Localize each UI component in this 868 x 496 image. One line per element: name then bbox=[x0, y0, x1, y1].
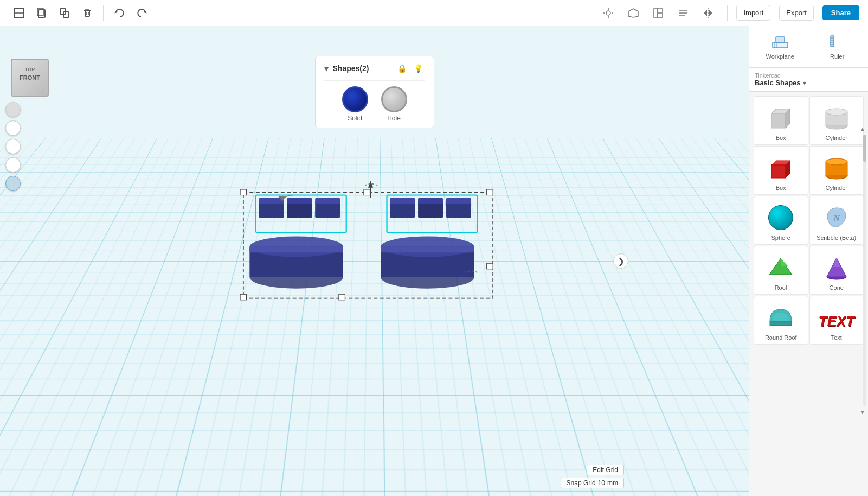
redo-button[interactable] bbox=[132, 3, 152, 23]
cyl-orange-icon bbox=[822, 155, 851, 182]
svg-rect-31 bbox=[259, 198, 284, 204]
svg-marker-9 bbox=[114, 9, 118, 14]
undo-button[interactable] bbox=[109, 3, 130, 23]
right-panel-scrollbar[interactable]: ▲ ▼ bbox=[863, 135, 866, 406]
viewport[interactable]: TOP FRONT bbox=[0, 26, 749, 496]
shapes-panel-chevron[interactable]: ▾ bbox=[324, 63, 329, 74]
svg-rect-19 bbox=[658, 14, 663, 17]
edit-grid-btn[interactable]: Edit Grid bbox=[587, 465, 624, 475]
shape-card-box-gray[interactable]: Box bbox=[754, 96, 808, 145]
zoom-control-1[interactable] bbox=[5, 102, 21, 117]
svg-rect-18 bbox=[658, 9, 663, 12]
scribble-icon: N bbox=[822, 205, 851, 232]
text-red-label: Text bbox=[831, 334, 842, 341]
svg-point-68 bbox=[826, 158, 847, 165]
snap-grid-btn[interactable]: Snap Grid 10 mm bbox=[561, 478, 624, 488]
snap-value: 10 bbox=[598, 479, 605, 487]
mirror-icon[interactable] bbox=[698, 3, 718, 23]
shapes-panel-title: Shapes(2) bbox=[333, 64, 369, 73]
svg-rect-42 bbox=[390, 198, 415, 204]
shape-card-scribble[interactable]: N Scribble (Beta) bbox=[809, 196, 864, 245]
workplane-icon bbox=[771, 34, 789, 51]
shape-card-roundroof-teal[interactable]: Round Roof bbox=[754, 296, 808, 345]
shape-card-cyl-gray[interactable]: Cylinder bbox=[809, 96, 864, 145]
light-icon[interactable] bbox=[598, 3, 619, 23]
svg-rect-51 bbox=[776, 37, 785, 42]
copy-button[interactable] bbox=[31, 3, 52, 23]
solid-option[interactable]: Solid bbox=[342, 86, 368, 122]
rp-tools: Workplane Ruler bbox=[749, 26, 868, 68]
visibility-button[interactable]: 💡 bbox=[412, 62, 425, 75]
svg-marker-25 bbox=[709, 10, 712, 16]
svg-marker-10 bbox=[143, 9, 146, 14]
toolbar-divider bbox=[103, 5, 104, 21]
zoom-control-3[interactable] bbox=[5, 139, 21, 154]
svg-rect-64 bbox=[771, 165, 786, 178]
delete-button[interactable] bbox=[77, 3, 98, 23]
svg-rect-48 bbox=[773, 42, 788, 48]
solid-icon bbox=[342, 86, 368, 112]
align-icon[interactable] bbox=[673, 3, 693, 23]
right-base-block bbox=[381, 237, 474, 289]
import-button[interactable]: Import bbox=[736, 5, 770, 21]
box-red-icon bbox=[766, 155, 795, 182]
shape-card-cone-purple[interactable]: Cone bbox=[809, 246, 864, 295]
left-base-block bbox=[249, 237, 343, 289]
sphere-teal-label: Sphere bbox=[771, 234, 790, 241]
shape-card-cyl-orange[interactable]: Cylinder bbox=[809, 146, 864, 195]
category-chevron: ▾ bbox=[803, 79, 806, 87]
shape-card-box-red[interactable]: Box bbox=[754, 146, 808, 195]
scroll-down-arrow[interactable]: ▼ bbox=[859, 408, 866, 416]
scroll-up-arrow[interactable]: ▲ bbox=[859, 125, 866, 132]
roof-green-icon bbox=[766, 255, 795, 282]
lock-button[interactable]: 🔒 bbox=[396, 62, 409, 75]
shape-card-sphere-teal[interactable]: Sphere bbox=[754, 196, 808, 245]
roundroof-teal-icon bbox=[766, 305, 795, 332]
svg-rect-44 bbox=[418, 198, 443, 204]
svg-rect-40 bbox=[381, 247, 474, 253]
snap-unit: mm bbox=[607, 479, 618, 487]
shape-card-roof-green[interactable]: Roof bbox=[754, 246, 808, 295]
share-button[interactable]: Share bbox=[822, 5, 859, 20]
snap-grid-label: Snap Grid bbox=[567, 479, 596, 487]
zoom-control-4[interactable] bbox=[5, 157, 21, 173]
hole-option[interactable]: Hole bbox=[381, 86, 407, 122]
zoom-control-2[interactable] bbox=[5, 120, 21, 136]
duplicate-button[interactable] bbox=[54, 3, 75, 23]
sel-handle-tm bbox=[364, 189, 370, 195]
svg-rect-35 bbox=[315, 198, 340, 204]
workplane-tool[interactable]: Workplane bbox=[754, 30, 807, 63]
new-button[interactable] bbox=[9, 3, 29, 23]
box-red-label: Box bbox=[776, 185, 786, 191]
scrollbar-thumb[interactable] bbox=[863, 135, 866, 162]
cyl-gray-label: Cylinder bbox=[826, 135, 847, 141]
panel-collapse-arrow[interactable]: ❯ bbox=[613, 253, 628, 269]
camera-icon[interactable] bbox=[623, 3, 644, 23]
header-divider bbox=[727, 5, 728, 21]
svg-point-11 bbox=[606, 11, 610, 15]
shapes-info-panel: ▾ Shapes(2) 🔒 💡 Solid Hole bbox=[315, 56, 434, 128]
box-gray-label: Box bbox=[776, 135, 786, 141]
ruler-tool[interactable]: Ruler bbox=[811, 30, 864, 63]
shape-card-text-red[interactable]: TEXT Text bbox=[809, 296, 864, 345]
rp-category: Tinkercad Basic Shapes ▾ bbox=[749, 68, 868, 92]
text-red-icon: TEXT bbox=[819, 313, 854, 330]
svg-rect-29 bbox=[249, 247, 343, 253]
svg-text:N: N bbox=[833, 214, 840, 223]
svg-marker-71 bbox=[781, 258, 788, 266]
cone-purple-label: Cone bbox=[830, 284, 844, 291]
status-bar: Edit Grid Snap Grid 10 mm bbox=[561, 465, 624, 488]
solid-label: Solid bbox=[348, 115, 362, 122]
view-cube[interactable]: TOP FRONT bbox=[11, 59, 54, 102]
zoom-control-5[interactable] bbox=[5, 176, 21, 191]
roundroof-teal-label: Round Roof bbox=[765, 334, 797, 341]
category-label: Tinkercad bbox=[755, 72, 806, 79]
export-button[interactable]: Export bbox=[779, 5, 814, 21]
sel-handle-bl bbox=[240, 294, 247, 300]
grid-view-icon[interactable] bbox=[648, 3, 668, 23]
svg-rect-58 bbox=[771, 113, 786, 128]
svg-rect-75 bbox=[770, 321, 792, 326]
sel-handle-tl bbox=[240, 189, 247, 195]
left-modules bbox=[256, 195, 346, 233]
scribble-label: Scribble (Beta) bbox=[816, 234, 856, 241]
